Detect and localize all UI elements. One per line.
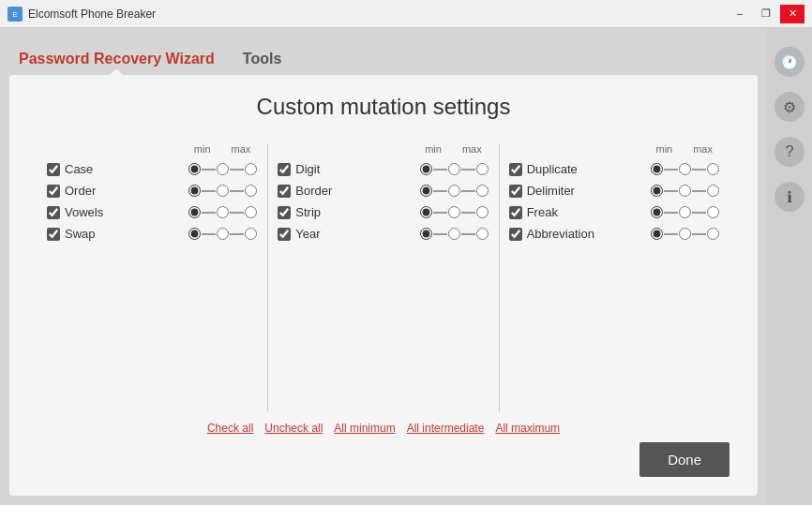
label-delimiter: Delimiter <box>527 184 575 198</box>
label-year: Year <box>295 227 320 241</box>
all-intermediate-link[interactable]: All intermediate <box>407 422 485 435</box>
radio-case-max[interactable] <box>245 163 257 175</box>
history-icon: 🕐 <box>780 53 799 71</box>
help-button[interactable]: ? <box>774 137 804 167</box>
app-title: Elcomsoft Phone Breaker <box>28 7 156 21</box>
radio-strip-max[interactable] <box>476 206 489 218</box>
radio-digit-min[interactable] <box>420 163 432 175</box>
close-button[interactable]: ✕ <box>780 5 804 23</box>
settings-column-1: min max Case <box>38 143 268 412</box>
done-button[interactable]: Done <box>639 442 729 477</box>
panel-title: Custom mutation settings <box>38 94 729 120</box>
radio-year-max[interactable] <box>476 228 489 240</box>
label-order: Order <box>65 184 96 198</box>
radio-strip-mid[interactable] <box>448 206 460 218</box>
nav-item-tools[interactable]: Tools <box>243 51 281 75</box>
restore-button[interactable]: ❐ <box>754 5 778 23</box>
settings-column-3: min max Duplicate <box>500 143 729 412</box>
nav-bar: Password Recovery Wizard Tools <box>0 28 767 75</box>
radio-case-min[interactable] <box>188 163 201 175</box>
all-maximum-link[interactable]: All maximum <box>495 422 560 435</box>
window-controls: − ❐ ✕ <box>728 5 804 23</box>
radio-delimiter-mid[interactable] <box>679 185 691 197</box>
radio-case-mid[interactable] <box>217 163 229 175</box>
check-all-link[interactable]: Check all <box>207 422 253 435</box>
radio-vowels-min[interactable] <box>188 206 201 218</box>
radio-swap-mid[interactable] <box>217 228 229 240</box>
checkbox-year[interactable] <box>278 228 291 241</box>
radio-vowels-mid[interactable] <box>217 206 229 218</box>
label-swap: Swap <box>65 227 96 241</box>
all-minimum-link[interactable]: All minimum <box>334 422 395 435</box>
col3-header: min max <box>509 143 720 158</box>
nav-item-password-recovery[interactable]: Password Recovery Wizard <box>19 51 215 75</box>
radio-strip-min[interactable] <box>420 206 432 218</box>
gear-icon: ⚙ <box>783 98 796 116</box>
label-case: Case <box>65 162 93 176</box>
checkbox-strip[interactable] <box>278 206 291 219</box>
checkbox-freak[interactable] <box>509 206 522 219</box>
radio-duplicate-min[interactable] <box>651 163 663 175</box>
actions-row: Check all Uncheck all All minimum All in… <box>38 422 729 435</box>
label-border: Border <box>295 184 332 198</box>
radio-duplicate-max[interactable] <box>707 163 719 175</box>
radio-freak-min[interactable] <box>651 206 663 218</box>
settings-grid: min max Case <box>38 143 729 412</box>
row-freak: Freak <box>509 205 720 219</box>
row-digit: Digit <box>278 162 489 176</box>
checkbox-order[interactable] <box>47 185 60 198</box>
label-abbreviation: Abbreviation <box>527 227 594 241</box>
row-swap: Swap <box>47 227 258 241</box>
radio-freak-max[interactable] <box>707 206 719 218</box>
row-vowels: Vowels <box>47 205 258 219</box>
checkbox-case[interactable] <box>47 163 60 176</box>
radio-digit-mid[interactable] <box>448 163 460 175</box>
radio-border-mid[interactable] <box>448 185 460 197</box>
radio-order-mid[interactable] <box>217 185 229 197</box>
radio-border-max[interactable] <box>476 185 489 197</box>
row-duplicate: Duplicate <box>509 162 720 176</box>
radio-abbreviation-min[interactable] <box>651 228 663 240</box>
checkbox-delimiter[interactable] <box>509 185 522 198</box>
content-panel: Custom mutation settings min max Case <box>9 75 758 496</box>
checkbox-border[interactable] <box>278 185 291 198</box>
info-icon: ℹ <box>787 188 792 206</box>
radio-delimiter-min[interactable] <box>651 185 663 197</box>
settings-button[interactable]: ⚙ <box>774 92 804 122</box>
checkbox-vowels[interactable] <box>47 206 60 219</box>
radio-digit-max[interactable] <box>476 163 489 175</box>
right-sidebar: 🕐 ⚙ ? ℹ <box>767 28 812 505</box>
minimize-button[interactable]: − <box>728 5 752 23</box>
radio-freak-mid[interactable] <box>679 206 691 218</box>
radio-year-mid[interactable] <box>448 228 460 240</box>
row-case: Case <box>47 162 258 176</box>
checkbox-digit[interactable] <box>278 163 291 176</box>
history-button[interactable]: 🕐 <box>774 47 804 77</box>
row-abbreviation: Abbreviation <box>509 227 720 241</box>
checkbox-duplicate[interactable] <box>509 163 522 176</box>
radio-border-min[interactable] <box>420 185 432 197</box>
col1-header: min max <box>47 143 258 158</box>
radio-abbreviation-max[interactable] <box>707 228 719 240</box>
label-duplicate: Duplicate <box>527 162 578 176</box>
checkbox-swap[interactable] <box>47 228 60 241</box>
radio-swap-max[interactable] <box>245 228 257 240</box>
radio-order-min[interactable] <box>188 185 201 197</box>
label-freak: Freak <box>527 205 558 219</box>
row-order: Order <box>47 184 258 198</box>
radio-abbreviation-mid[interactable] <box>679 228 691 240</box>
info-button[interactable]: ℹ <box>774 182 804 212</box>
radio-order-max[interactable] <box>245 185 257 197</box>
row-border: Border <box>278 184 489 198</box>
radio-delimiter-max[interactable] <box>707 185 719 197</box>
settings-column-2: min max Digit <box>268 143 499 412</box>
question-icon: ? <box>786 143 794 160</box>
radio-year-min[interactable] <box>420 228 432 240</box>
uncheck-all-link[interactable]: Uncheck all <box>264 422 323 435</box>
radio-vowels-max[interactable] <box>245 206 257 218</box>
row-year: Year <box>278 227 489 241</box>
title-bar: E Elcomsoft Phone Breaker − ❐ ✕ <box>0 0 812 28</box>
checkbox-abbreviation[interactable] <box>509 228 522 241</box>
radio-duplicate-mid[interactable] <box>679 163 691 175</box>
radio-swap-min[interactable] <box>188 228 201 240</box>
